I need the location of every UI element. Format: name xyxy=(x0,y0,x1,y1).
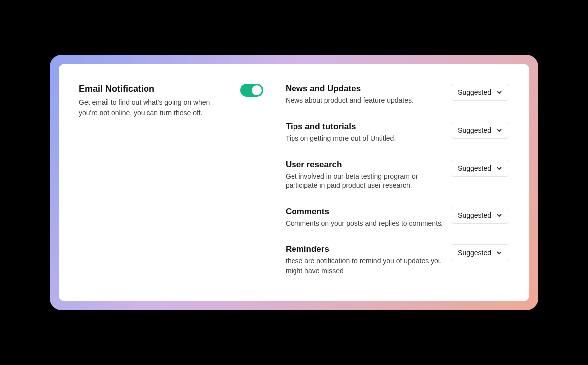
setting-row-research: User research Get involved in our beta t… xyxy=(286,160,509,191)
email-notification-header: Email Notification Get email to find out… xyxy=(79,84,263,118)
setting-title: Reminders xyxy=(286,244,445,254)
chevron-down-icon xyxy=(496,250,502,256)
dropdown-research[interactable]: Suggested xyxy=(451,160,509,177)
dropdown-label: Suggested xyxy=(458,88,491,96)
chevron-down-icon xyxy=(496,165,502,171)
dropdown-label: Suggested xyxy=(458,249,491,257)
email-notification-text: Email Notification Get email to find out… xyxy=(79,84,230,118)
chevron-down-icon xyxy=(496,89,502,95)
dropdown-label: Suggested xyxy=(458,164,491,172)
setting-description: Comments on your posts and replies to co… xyxy=(286,219,445,229)
email-notification-title: Email Notification xyxy=(79,84,230,94)
right-column: News and Updates News about product and … xyxy=(286,84,509,276)
toggle-knob xyxy=(252,85,262,95)
left-column: Email Notification Get email to find out… xyxy=(79,84,263,276)
setting-title: News and Updates xyxy=(286,84,445,94)
setting-text: Reminders these are notification to remi… xyxy=(286,244,445,276)
gradient-frame: Email Notification Get email to find out… xyxy=(50,55,538,310)
dropdown-label: Suggested xyxy=(458,126,491,134)
setting-row-tips: Tips and tutorials Tips on getting more … xyxy=(286,122,509,144)
setting-description: News about product and feature updates. xyxy=(286,96,445,106)
dropdown-news[interactable]: Suggested xyxy=(451,84,509,101)
setting-text: Comments Comments on your posts and repl… xyxy=(286,207,445,229)
setting-row-comments: Comments Comments on your posts and repl… xyxy=(286,207,509,229)
dropdown-tips[interactable]: Suggested xyxy=(451,122,509,139)
setting-text: News and Updates News about product and … xyxy=(286,84,445,106)
chevron-down-icon xyxy=(496,127,502,133)
dropdown-comments[interactable]: Suggested xyxy=(451,207,509,224)
setting-row-news: News and Updates News about product and … xyxy=(286,84,509,106)
setting-description: Get involved in our beta testing program… xyxy=(286,172,445,191)
setting-text: User research Get involved in our beta t… xyxy=(286,160,445,191)
setting-text: Tips and tutorials Tips on getting more … xyxy=(286,122,445,144)
dropdown-label: Suggested xyxy=(458,211,491,219)
chevron-down-icon xyxy=(496,212,502,218)
setting-row-reminders: Reminders these are notification to remi… xyxy=(286,244,509,276)
dropdown-reminders[interactable]: Suggested xyxy=(451,244,509,261)
setting-title: User research xyxy=(286,160,445,170)
email-notification-description: Get email to find out what's going on wh… xyxy=(79,97,230,118)
setting-title: Tips and tutorials xyxy=(286,122,445,132)
email-notification-toggle[interactable] xyxy=(240,84,263,97)
setting-description: Tips on getting more out of Untitled. xyxy=(286,134,445,144)
settings-card: Email Notification Get email to find out… xyxy=(59,64,529,301)
setting-title: Comments xyxy=(286,207,445,217)
setting-description: these are notification to remind you of … xyxy=(286,256,445,276)
